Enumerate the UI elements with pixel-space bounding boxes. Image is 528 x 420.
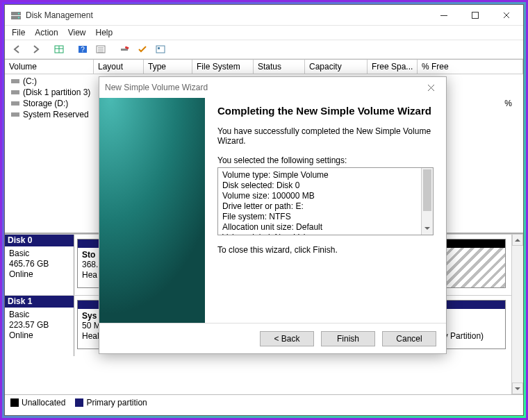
volume-icon [10, 99, 20, 108]
volume-grid-header: Volume Layout Type File System Status Ca… [5, 59, 523, 74]
close-icon[interactable] [421, 80, 440, 95]
pct-value: % [504, 99, 520, 108]
disk-info[interactable]: Disk 0 Basic 465.76 GB Online [5, 235, 74, 295]
wizard-button-row: < Back Finish Cancel [99, 323, 446, 353]
scroll-down-icon[interactable] [512, 383, 523, 394]
col-volume[interactable]: Volume [5, 60, 94, 74]
svg-rect-16 [11, 101, 19, 106]
svg-rect-4 [440, 15, 447, 16]
setting-line: Volume label: New Volume [222, 233, 429, 235]
wizard-titlebar[interactable]: New Simple Volume Wizard [99, 77, 446, 98]
disk-name: Disk 1 [5, 296, 74, 308]
volume-label: Storage (D:) [23, 99, 68, 108]
properties-icon[interactable] [152, 42, 169, 57]
svg-point-3 [18, 17, 19, 18]
svg-rect-10 [121, 49, 128, 51]
disk-name: Disk 0 [5, 235, 74, 246]
disk-info[interactable]: Disk 1 Basic 223.57 GB Online [5, 296, 74, 356]
col-free[interactable]: Free Spa... [368, 60, 418, 74]
disk-management-icon [10, 10, 22, 21]
toolbar: ? [5, 40, 523, 59]
setting-line: Volume size: 100000 MB [222, 191, 429, 201]
maximize-button[interactable] [459, 6, 490, 25]
col-capacity[interactable]: Capacity [305, 60, 368, 74]
svg-rect-14 [11, 79, 19, 83]
col-status[interactable]: Status [254, 60, 305, 74]
svg-rect-12 [156, 46, 165, 53]
close-window-button[interactable] [490, 6, 522, 25]
help-icon[interactable]: ? [74, 42, 91, 57]
forward-button[interactable] [27, 42, 44, 57]
setting-line: Allocation unit size: Default [222, 222, 429, 233]
back-button[interactable]: < Back [260, 331, 314, 346]
wizard-sidebar-graphic [99, 98, 205, 323]
menu-help[interactable]: Help [96, 28, 113, 37]
titlebar[interactable]: Disk Management [5, 5, 523, 26]
svg-rect-13 [158, 47, 160, 49]
scroll-up-icon[interactable] [512, 234, 523, 246]
svg-rect-5 [472, 12, 478, 18]
volume-label: System Reserved [23, 110, 89, 119]
col-fs[interactable]: File System [192, 60, 254, 74]
wizard-close-hint: To close this wizard, click Finish. [217, 245, 434, 255]
chevron-down-icon[interactable] [422, 223, 433, 235]
legend-swatch-unallocated [10, 398, 19, 407]
wizard-heading: Completing the New Simple Volume Wizard [217, 105, 434, 118]
check-icon[interactable] [134, 42, 151, 57]
setting-line: Volume type: Simple Volume [222, 170, 429, 180]
vertical-scrollbar[interactable] [511, 234, 523, 394]
volume-label: (C:) [23, 76, 37, 86]
finish-button[interactable]: Finish [321, 331, 375, 346]
svg-text:?: ? [81, 46, 85, 53]
legend: Unallocated Primary partition [5, 394, 523, 410]
window-title: Disk Management [26, 10, 428, 20]
wizard-settings-box[interactable]: Volume type: Simple Volume Disk selected… [217, 167, 434, 235]
volume-icon [10, 88, 20, 96]
col-layout[interactable]: Layout [94, 60, 144, 74]
volume-icon [10, 77, 20, 85]
col-pct[interactable]: % Free [418, 60, 523, 74]
volume-icon [10, 110, 20, 119]
wizard-dialog: New Simple Volume Wizard Completing the … [99, 76, 447, 354]
svg-rect-17 [11, 112, 19, 117]
wizard-selected-label: You selected the following settings: [217, 156, 434, 165]
view-list-icon[interactable] [51, 42, 67, 57]
cancel-button[interactable]: Cancel [382, 331, 436, 346]
svg-rect-15 [11, 90, 19, 94]
wizard-complete-text: You have successfully completed the New … [217, 126, 434, 146]
svg-point-2 [18, 12, 19, 14]
minimize-button[interactable] [428, 6, 459, 25]
menubar: File Action View Help [5, 26, 523, 40]
legend-swatch-primary [75, 398, 83, 407]
setting-line: Drive letter or path: E: [222, 201, 429, 212]
menu-action[interactable]: Action [35, 28, 58, 37]
volume-label: (Disk 1 partition 3) [23, 87, 90, 97]
col-type[interactable]: Type [144, 60, 192, 74]
setting-line: Disk selected: Disk 0 [222, 180, 429, 191]
menu-view[interactable]: View [68, 28, 86, 37]
settings-list-icon[interactable] [92, 42, 109, 57]
wizard-title-text: New Simple Volume Wizard [105, 83, 208, 92]
back-button[interactable] [9, 42, 26, 57]
menu-file[interactable]: File [12, 28, 25, 37]
settings-scrollbar[interactable] [421, 168, 433, 235]
setting-line: File system: NTFS [222, 212, 429, 222]
refresh-icon[interactable] [116, 42, 133, 57]
